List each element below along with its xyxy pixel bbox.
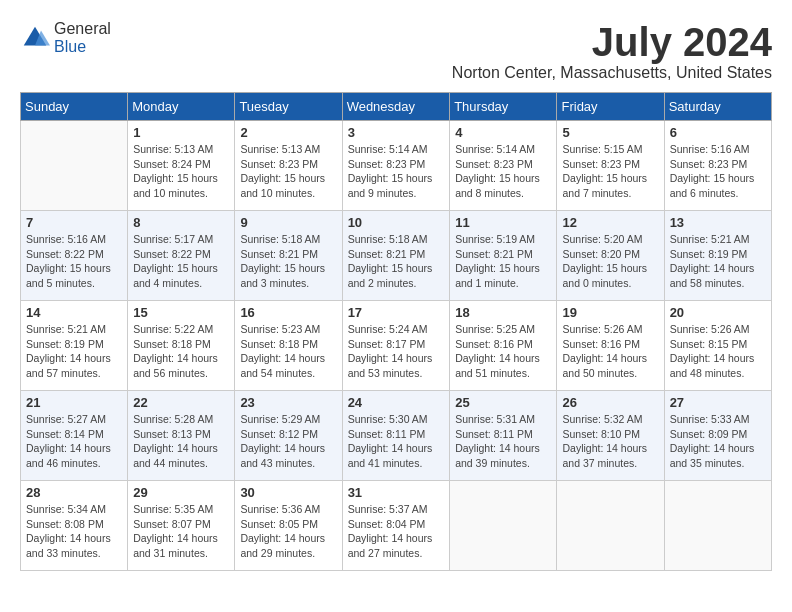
day-info: Sunrise: 5:21 AMSunset: 8:19 PMDaylight:…: [26, 322, 122, 381]
logo-general-text: General: [54, 20, 111, 37]
day-info: Sunrise: 5:29 AMSunset: 8:12 PMDaylight:…: [240, 412, 336, 471]
day-number: 23: [240, 395, 336, 410]
day-info: Sunrise: 5:23 AMSunset: 8:18 PMDaylight:…: [240, 322, 336, 381]
calendar-cell: 5Sunrise: 5:15 AMSunset: 8:23 PMDaylight…: [557, 121, 664, 211]
calendar-cell: 26Sunrise: 5:32 AMSunset: 8:10 PMDayligh…: [557, 391, 664, 481]
day-number: 8: [133, 215, 229, 230]
day-info: Sunrise: 5:16 AMSunset: 8:23 PMDaylight:…: [670, 142, 766, 201]
calendar-cell: 11Sunrise: 5:19 AMSunset: 8:21 PMDayligh…: [450, 211, 557, 301]
calendar-cell: 17Sunrise: 5:24 AMSunset: 8:17 PMDayligh…: [342, 301, 450, 391]
page-header: General Blue July 2024 Norton Center, Ma…: [20, 20, 772, 82]
calendar-cell: 25Sunrise: 5:31 AMSunset: 8:11 PMDayligh…: [450, 391, 557, 481]
day-number: 19: [562, 305, 658, 320]
day-info: Sunrise: 5:26 AMSunset: 8:15 PMDaylight:…: [670, 322, 766, 381]
day-info: Sunrise: 5:28 AMSunset: 8:13 PMDaylight:…: [133, 412, 229, 471]
day-number: 6: [670, 125, 766, 140]
calendar-cell: 3Sunrise: 5:14 AMSunset: 8:23 PMDaylight…: [342, 121, 450, 211]
calendar-week-row: 7Sunrise: 5:16 AMSunset: 8:22 PMDaylight…: [21, 211, 772, 301]
weekday-header-friday: Friday: [557, 93, 664, 121]
logo-icon: [20, 23, 50, 53]
calendar-cell: 12Sunrise: 5:20 AMSunset: 8:20 PMDayligh…: [557, 211, 664, 301]
weekday-header-monday: Monday: [128, 93, 235, 121]
calendar-cell: 9Sunrise: 5:18 AMSunset: 8:21 PMDaylight…: [235, 211, 342, 301]
calendar-cell: 1Sunrise: 5:13 AMSunset: 8:24 PMDaylight…: [128, 121, 235, 211]
day-number: 20: [670, 305, 766, 320]
weekday-header-thursday: Thursday: [450, 93, 557, 121]
day-info: Sunrise: 5:22 AMSunset: 8:18 PMDaylight:…: [133, 322, 229, 381]
calendar-cell: 24Sunrise: 5:30 AMSunset: 8:11 PMDayligh…: [342, 391, 450, 481]
calendar-cell: 18Sunrise: 5:25 AMSunset: 8:16 PMDayligh…: [450, 301, 557, 391]
day-number: 5: [562, 125, 658, 140]
day-info: Sunrise: 5:13 AMSunset: 8:24 PMDaylight:…: [133, 142, 229, 201]
title-block: July 2024 Norton Center, Massachusetts, …: [452, 20, 772, 82]
calendar-cell: 23Sunrise: 5:29 AMSunset: 8:12 PMDayligh…: [235, 391, 342, 481]
day-number: 26: [562, 395, 658, 410]
calendar-cell: 29Sunrise: 5:35 AMSunset: 8:07 PMDayligh…: [128, 481, 235, 571]
day-info: Sunrise: 5:20 AMSunset: 8:20 PMDaylight:…: [562, 232, 658, 291]
day-info: Sunrise: 5:14 AMSunset: 8:23 PMDaylight:…: [348, 142, 445, 201]
calendar-cell: 14Sunrise: 5:21 AMSunset: 8:19 PMDayligh…: [21, 301, 128, 391]
day-number: 14: [26, 305, 122, 320]
day-number: 4: [455, 125, 551, 140]
calendar-table: SundayMondayTuesdayWednesdayThursdayFrid…: [20, 92, 772, 571]
calendar-cell: 22Sunrise: 5:28 AMSunset: 8:13 PMDayligh…: [128, 391, 235, 481]
day-number: 16: [240, 305, 336, 320]
calendar-cell: 15Sunrise: 5:22 AMSunset: 8:18 PMDayligh…: [128, 301, 235, 391]
calendar-cell: 4Sunrise: 5:14 AMSunset: 8:23 PMDaylight…: [450, 121, 557, 211]
day-number: 29: [133, 485, 229, 500]
day-info: Sunrise: 5:17 AMSunset: 8:22 PMDaylight:…: [133, 232, 229, 291]
day-info: Sunrise: 5:15 AMSunset: 8:23 PMDaylight:…: [562, 142, 658, 201]
day-number: 9: [240, 215, 336, 230]
calendar-cell: 30Sunrise: 5:36 AMSunset: 8:05 PMDayligh…: [235, 481, 342, 571]
day-info: Sunrise: 5:13 AMSunset: 8:23 PMDaylight:…: [240, 142, 336, 201]
calendar-cell: 6Sunrise: 5:16 AMSunset: 8:23 PMDaylight…: [664, 121, 771, 211]
day-info: Sunrise: 5:21 AMSunset: 8:19 PMDaylight:…: [670, 232, 766, 291]
day-number: 22: [133, 395, 229, 410]
logo: General Blue: [20, 20, 111, 56]
day-info: Sunrise: 5:30 AMSunset: 8:11 PMDaylight:…: [348, 412, 445, 471]
calendar-cell: 21Sunrise: 5:27 AMSunset: 8:14 PMDayligh…: [21, 391, 128, 481]
day-info: Sunrise: 5:27 AMSunset: 8:14 PMDaylight:…: [26, 412, 122, 471]
day-info: Sunrise: 5:36 AMSunset: 8:05 PMDaylight:…: [240, 502, 336, 561]
day-number: 17: [348, 305, 445, 320]
day-info: Sunrise: 5:25 AMSunset: 8:16 PMDaylight:…: [455, 322, 551, 381]
calendar-cell: 31Sunrise: 5:37 AMSunset: 8:04 PMDayligh…: [342, 481, 450, 571]
calendar-cell: 10Sunrise: 5:18 AMSunset: 8:21 PMDayligh…: [342, 211, 450, 301]
calendar-cell: [21, 121, 128, 211]
weekday-header-tuesday: Tuesday: [235, 93, 342, 121]
day-number: 24: [348, 395, 445, 410]
calendar-week-row: 28Sunrise: 5:34 AMSunset: 8:08 PMDayligh…: [21, 481, 772, 571]
day-number: 1: [133, 125, 229, 140]
calendar-cell: 8Sunrise: 5:17 AMSunset: 8:22 PMDaylight…: [128, 211, 235, 301]
day-number: 11: [455, 215, 551, 230]
day-info: Sunrise: 5:26 AMSunset: 8:16 PMDaylight:…: [562, 322, 658, 381]
day-number: 3: [348, 125, 445, 140]
day-info: Sunrise: 5:18 AMSunset: 8:21 PMDaylight:…: [348, 232, 445, 291]
day-number: 2: [240, 125, 336, 140]
calendar-cell: 19Sunrise: 5:26 AMSunset: 8:16 PMDayligh…: [557, 301, 664, 391]
calendar-cell: 28Sunrise: 5:34 AMSunset: 8:08 PMDayligh…: [21, 481, 128, 571]
month-title: July 2024: [452, 20, 772, 64]
day-number: 21: [26, 395, 122, 410]
day-number: 15: [133, 305, 229, 320]
calendar-cell: 2Sunrise: 5:13 AMSunset: 8:23 PMDaylight…: [235, 121, 342, 211]
day-info: Sunrise: 5:16 AMSunset: 8:22 PMDaylight:…: [26, 232, 122, 291]
day-number: 31: [348, 485, 445, 500]
weekday-header-saturday: Saturday: [664, 93, 771, 121]
day-info: Sunrise: 5:32 AMSunset: 8:10 PMDaylight:…: [562, 412, 658, 471]
day-number: 10: [348, 215, 445, 230]
day-number: 27: [670, 395, 766, 410]
location-title: Norton Center, Massachusetts, United Sta…: [452, 64, 772, 82]
day-info: Sunrise: 5:35 AMSunset: 8:07 PMDaylight:…: [133, 502, 229, 561]
day-info: Sunrise: 5:33 AMSunset: 8:09 PMDaylight:…: [670, 412, 766, 471]
day-info: Sunrise: 5:31 AMSunset: 8:11 PMDaylight:…: [455, 412, 551, 471]
calendar-cell: 7Sunrise: 5:16 AMSunset: 8:22 PMDaylight…: [21, 211, 128, 301]
calendar-cell: [557, 481, 664, 571]
weekday-header-row: SundayMondayTuesdayWednesdayThursdayFrid…: [21, 93, 772, 121]
calendar-cell: [664, 481, 771, 571]
day-info: Sunrise: 5:24 AMSunset: 8:17 PMDaylight:…: [348, 322, 445, 381]
day-number: 30: [240, 485, 336, 500]
calendar-week-row: 21Sunrise: 5:27 AMSunset: 8:14 PMDayligh…: [21, 391, 772, 481]
weekday-header-sunday: Sunday: [21, 93, 128, 121]
day-number: 13: [670, 215, 766, 230]
